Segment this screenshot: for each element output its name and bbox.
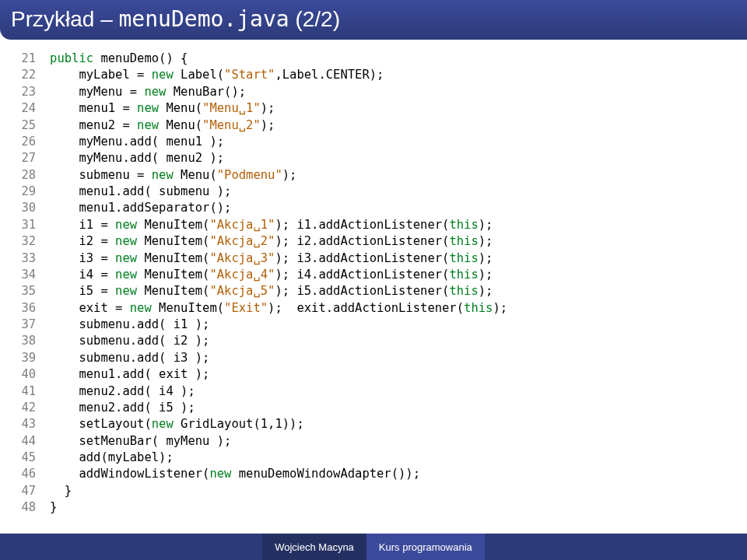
code-line: 21public menuDemo() { [9,51,739,67]
kw-token: new [115,218,137,232]
code-line: 42 menu2.add( i5 ); [9,400,739,416]
line-number: 28 [9,167,36,184]
code-text: myMenu.add( menu2 ); [50,151,224,165]
line-number: 44 [9,433,36,450]
code-text: i3 = [50,251,115,265]
code-line: 22 myLabel = new Label("Start",Label.CEN… [9,67,739,83]
code-line: 34 i4 = new MenuItem("Akcja␣4"); i4.addA… [9,267,739,283]
line-number: 24 [9,100,36,117]
line-number: 43 [9,416,36,432]
code-text: ); i2.addActionListener( [275,234,449,248]
code-line: 36 exit = new MenuItem("Exit"); exit.add… [9,300,739,317]
line-number: 34 [9,267,36,283]
kw-token: new [115,234,137,248]
code-line: 46 addWindowListener(new menuDemoWindowA… [9,466,739,482]
code-text: setLayout( [50,417,152,431]
kw-token: this [449,284,478,298]
code-text: myMenu = [50,85,144,99]
code-text: menu1.addSeparator(); [50,201,231,215]
code-line: 45 add(myLabel); [9,450,739,466]
line-number: 33 [9,250,36,267]
code-text: menu1 = [50,101,137,115]
code-line: 26 myMenu.add( menu1 ); [9,134,739,150]
code-line: 28 submenu = new Menu("Podmenu"); [9,167,739,184]
line-number: 41 [9,383,36,400]
title-suffix: (2/2) [289,7,340,31]
line-number: 37 [9,317,36,333]
code-line: 32 i2 = new MenuItem("Akcja␣2"); i2.addA… [9,233,739,250]
code-text: ); i5.addActionListener( [275,284,449,298]
kw-token: new [130,301,152,315]
line-number: 23 [9,84,36,100]
code-text: menu2.add( i5 ); [50,401,195,415]
kw-token: new [137,118,159,132]
code-text: submenu.add( i2 ); [50,334,209,348]
kw-token: new [144,85,166,99]
code-area: 21public menuDemo() {22 myLabel = new La… [0,40,747,534]
line-number: 40 [9,366,36,383]
str-token: "Menu␣2" [202,118,261,132]
str-token: "Akcja␣4" [209,268,275,282]
code-line: 31 i1 = new MenuItem("Akcja␣1"); i1.addA… [9,217,739,233]
code-text: add(myLabel); [50,450,174,464]
line-number: 36 [9,300,36,317]
code-text: Menu( [174,168,217,182]
code-line: 38 submenu.add( i2 ); [9,333,739,349]
code-text: ); [479,284,493,298]
code-text: ); [261,101,275,115]
line-number: 35 [9,283,36,299]
code-text: Menu( [159,118,202,132]
slide: Przykład – menuDemo.java (2/2) 21public … [0,0,747,560]
slide-title: Przykład – menuDemo.java (2/2) [0,0,747,40]
kw-token: this [449,234,478,248]
line-number: 29 [9,184,36,200]
str-token: "Akcja␣2" [209,234,275,248]
code-text: myMenu.add( menu1 ); [50,135,224,149]
code-text: i5 = [50,284,115,298]
title-prefix: Przykład – [11,7,119,31]
code-text: ); [479,251,493,265]
kw-token: new [137,101,159,115]
code-text: i2 = [50,234,115,248]
code-text: MenuItem( [137,251,209,265]
code-line: 23 myMenu = new MenuBar(); [9,84,739,100]
code-line: 47 } [9,483,739,499]
line-number: 39 [9,350,36,366]
kw-token: new [115,284,137,298]
line-number: 45 [9,450,36,466]
code-line: 37 submenu.add( i1 ); [9,317,739,333]
line-number: 42 [9,400,36,416]
line-number: 32 [9,233,36,250]
code-text: MenuBar(); [166,85,246,99]
str-token: "Akcja␣3" [209,251,275,265]
code-text: ); [282,168,297,182]
code-line: 39 submenu.add( i3 ); [9,350,739,366]
code-text: MenuItem( [137,218,209,232]
code-text: addWindowListener( [50,467,209,481]
kw-token: new [152,417,174,431]
kw-token: this [449,268,478,282]
title-filename: menuDemo.java [119,6,289,32]
code-text: Label( [174,68,224,82]
code-text: menu1.add( submenu ); [50,184,231,198]
kw-token: public [50,51,93,65]
code-text: Menu( [159,101,202,115]
code-text: MenuItem( [137,284,209,298]
code-text: menu2.add( i4 ); [50,384,195,398]
kw-token: this [449,251,478,265]
kw-token: new [152,168,174,182]
code-text: ); [261,118,275,132]
code-text: ); [493,301,507,315]
line-number: 38 [9,333,36,349]
code-text: menu2 = [50,118,137,132]
code-line: 44 setMenuBar( myMenu ); [9,433,739,450]
line-number: 46 [9,466,36,482]
code-text: menuDemo() { [93,51,188,65]
line-number: 30 [9,200,36,216]
code-text: menu1.add( exit ); [50,367,209,381]
str-token: "Akcja␣1" [209,218,275,232]
str-token: "Exit" [224,301,268,315]
str-token: "Podmenu" [217,168,282,182]
str-token: "Start" [224,68,275,82]
code-text: myLabel = [50,68,152,82]
